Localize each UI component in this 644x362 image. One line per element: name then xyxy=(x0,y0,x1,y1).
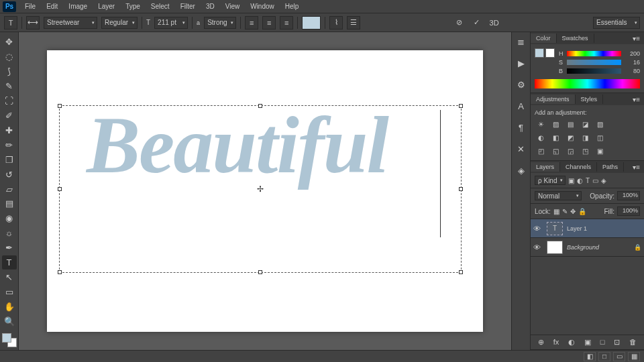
tab-channels[interactable]: Channels xyxy=(560,162,597,172)
resize-handle-tm[interactable] xyxy=(258,104,262,108)
resize-handle-bm[interactable] xyxy=(258,270,262,274)
healing-tool[interactable]: ✚ xyxy=(2,123,17,137)
commit-button[interactable]: ✓ xyxy=(470,16,484,29)
panel-menu-icon[interactable]: ▾≡ xyxy=(629,164,644,171)
adj-brightness[interactable]: ☀ xyxy=(535,119,547,129)
font-style-dropdown[interactable]: Regular xyxy=(101,17,138,29)
font-size-dropdown[interactable]: 211 pt xyxy=(154,17,188,29)
lasso-tool[interactable]: ⟆ xyxy=(2,64,17,78)
foreground-color[interactable] xyxy=(2,333,11,343)
adj-colorbalance[interactable]: ◧ xyxy=(549,132,561,143)
marquee-tool[interactable]: ◌ xyxy=(2,50,17,64)
character-panel-icon[interactable]: A xyxy=(515,99,528,113)
fill-input[interactable]: 100% xyxy=(617,206,640,216)
visibility-icon[interactable]: 👁 xyxy=(533,225,543,233)
menu-window[interactable]: Window xyxy=(246,1,279,11)
layer-name[interactable]: Background xyxy=(567,244,599,251)
3d-button[interactable]: 3D xyxy=(488,16,501,29)
adj-photofilter[interactable]: ◨ xyxy=(579,132,591,143)
tab-styles[interactable]: Styles xyxy=(576,95,604,104)
transform-center-icon[interactable]: ✢ xyxy=(257,184,264,194)
menu-filter[interactable]: Filter xyxy=(176,1,200,11)
mask-button[interactable]: ◐ xyxy=(568,338,575,347)
screen-mode-button[interactable]: ▦ xyxy=(628,352,640,361)
resize-handle-tr[interactable] xyxy=(459,104,463,108)
lock-all-icon[interactable]: 🔒 xyxy=(578,208,586,215)
text-orientation-toggle[interactable]: ⟷ xyxy=(26,16,40,29)
menu-layer[interactable]: Layer xyxy=(93,1,119,11)
canvas[interactable]: Beautiful ✢ xyxy=(47,50,483,332)
brightness-slider[interactable] xyxy=(567,68,621,74)
menu-view[interactable]: View xyxy=(221,1,245,11)
stamp-tool[interactable]: ❐ xyxy=(2,153,17,167)
paragraph-panel-icon[interactable]: ¶ xyxy=(515,121,528,134)
text-bounding-box[interactable]: Beautiful ✢ xyxy=(59,105,462,273)
adj-gradientmap[interactable]: ◳ xyxy=(579,145,591,156)
antialias-dropdown[interactable]: Strong xyxy=(204,17,236,29)
font-family-dropdown[interactable]: Streetwear xyxy=(44,17,97,29)
bg-swatch[interactable] xyxy=(545,48,555,58)
history-brush-tool[interactable]: ↺ xyxy=(2,168,17,182)
adj-hue[interactable]: ◐ xyxy=(535,132,547,143)
filter-icon[interactable]: ▭ xyxy=(592,177,598,184)
resize-handle-tl[interactable] xyxy=(58,104,62,108)
layer-row[interactable]: 👁 T Layer 1 xyxy=(531,219,644,238)
canvas-text[interactable]: Beautiful xyxy=(87,99,388,192)
hue-value[interactable]: 200 xyxy=(624,50,640,57)
move-tool[interactable]: ✥ xyxy=(2,35,17,49)
layer-row[interactable]: 👁 Background 🔒 xyxy=(531,238,644,257)
color-swatch-pair[interactable] xyxy=(535,48,555,76)
align-left-button[interactable]: ≡ xyxy=(245,16,258,29)
adj-bw[interactable]: ◩ xyxy=(564,132,576,143)
layer-name[interactable]: Layer 1 xyxy=(567,225,587,232)
opacity-input[interactable]: 100% xyxy=(617,191,640,200)
tab-layers[interactable]: Layers xyxy=(531,162,560,172)
lock-image-icon[interactable]: ✎ xyxy=(562,208,568,215)
tab-paths[interactable]: Paths xyxy=(597,162,624,172)
filter-icon[interactable]: ◐ xyxy=(577,177,583,184)
menu-select[interactable]: Select xyxy=(146,1,174,11)
tab-adjustments[interactable]: Adjustments xyxy=(531,95,576,104)
fx-button[interactable]: fx xyxy=(553,338,559,347)
history-panel-icon[interactable]: ≣ xyxy=(515,35,528,48)
filter-icon[interactable]: ◈ xyxy=(601,177,606,184)
text-color-swatch[interactable] xyxy=(302,16,321,29)
character-panel-button[interactable]: ☰ xyxy=(347,16,360,29)
menu-type[interactable]: Type xyxy=(121,1,145,11)
hue-slider[interactable] xyxy=(567,51,621,56)
type-tool[interactable]: T xyxy=(2,255,17,269)
resize-handle-br[interactable] xyxy=(459,270,463,274)
tab-swatches[interactable]: Swatches xyxy=(557,34,594,43)
adj-channelmixer[interactable]: ◫ xyxy=(594,132,606,143)
menu-help[interactable]: Help xyxy=(280,1,304,11)
quick-select-tool[interactable]: ✎ xyxy=(2,79,17,93)
crop-tool[interactable]: ⛶ xyxy=(2,94,17,108)
fg-swatch[interactable] xyxy=(535,48,544,58)
foreground-background-colors[interactable] xyxy=(2,333,17,347)
properties-panel-icon[interactable]: ⚙ xyxy=(515,78,528,91)
menu-image[interactable]: Image xyxy=(64,1,92,11)
warp-text-button[interactable]: ⌇ xyxy=(329,16,343,29)
menu-file[interactable]: File xyxy=(20,1,40,11)
pen-tool[interactable]: ✒ xyxy=(2,241,17,255)
adj-invert[interactable]: ◰ xyxy=(535,145,547,156)
adj-selectivecolor[interactable]: ▣ xyxy=(594,145,606,156)
link-button[interactable]: ⊕ xyxy=(538,338,544,347)
workspace-switcher[interactable]: Essentials xyxy=(593,17,640,29)
active-tool-icon[interactable]: T xyxy=(4,16,17,29)
dodge-tool[interactable]: ☼ xyxy=(2,226,17,240)
adj-threshold[interactable]: ◲ xyxy=(564,145,576,156)
panel-menu-icon[interactable]: ▾≡ xyxy=(629,35,644,42)
menu-3d[interactable]: 3D xyxy=(201,1,219,11)
brush-panel-icon[interactable]: ✕ xyxy=(515,142,528,156)
document-area[interactable]: Beautiful ✢ xyxy=(19,32,511,350)
eraser-tool[interactable]: ▱ xyxy=(2,182,17,196)
actions-panel-icon[interactable]: ▶ xyxy=(515,56,528,70)
visibility-icon[interactable]: 👁 xyxy=(533,243,543,251)
group-button[interactable]: □ xyxy=(600,338,605,347)
saturation-slider[interactable] xyxy=(567,60,621,65)
saturation-value[interactable]: 16 xyxy=(624,59,640,66)
new-layer-button[interactable]: ⊡ xyxy=(614,338,620,347)
filter-icon[interactable]: T xyxy=(586,177,590,184)
shape-tool[interactable]: ▭ xyxy=(2,285,17,299)
